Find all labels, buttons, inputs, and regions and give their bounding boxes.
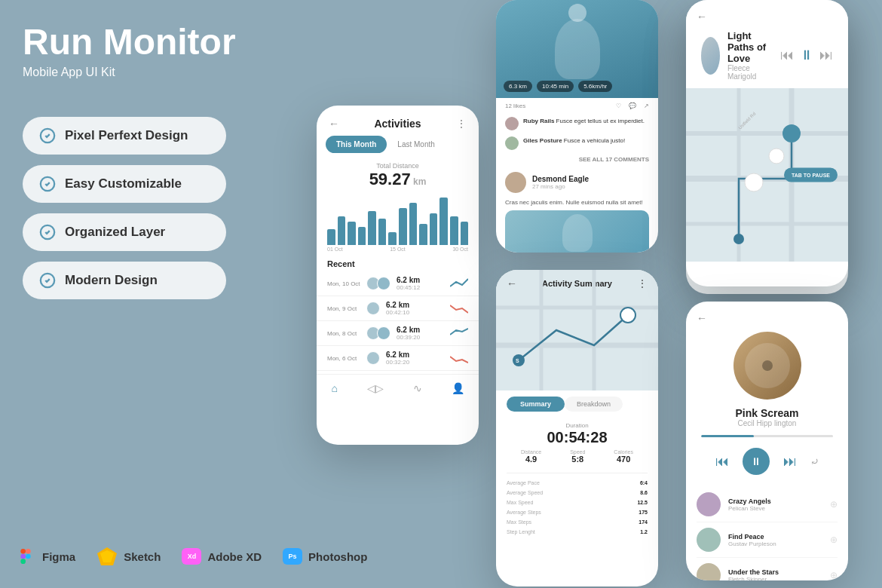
back-arrow-icon[interactable]: ← bbox=[697, 11, 707, 23]
svg-point-34 bbox=[733, 234, 744, 244]
comment-icon[interactable]: 💬 bbox=[629, 103, 636, 109]
detail-max-steps: Max Steps 174 bbox=[496, 517, 658, 527]
poster-name: Desmond Eagle bbox=[532, 175, 589, 183]
like-icon[interactable]: ♡ bbox=[616, 103, 621, 109]
detail-avg-steps: Average Steps 175 bbox=[496, 507, 658, 517]
pause-icon[interactable]: ⏸ bbox=[800, 47, 813, 63]
chart-bar bbox=[348, 222, 356, 246]
summary-row-1: Distance 4.9 Speed 5:8 Calories 470 bbox=[507, 449, 648, 464]
activity-time: 00:42:10 bbox=[386, 309, 444, 316]
adobe-xd-icon: Xd bbox=[182, 548, 201, 565]
comment-text-2: Giles Posture Fusce a vehicula justo! bbox=[523, 136, 625, 150]
see-all-comments[interactable]: SEE ALL 17 COMMENTS bbox=[496, 153, 658, 166]
tool-adobe-xd: Xd Adobe XD bbox=[182, 548, 262, 565]
check-icon-3 bbox=[39, 224, 56, 240]
sketch-label: Sketch bbox=[124, 550, 161, 563]
activity-row[interactable]: Mon, 8 Oct 6.2 km 00:39:20 bbox=[317, 321, 479, 346]
tab-last-month[interactable]: Last Month bbox=[387, 136, 445, 153]
menu-icon[interactable]: ⋮ bbox=[456, 118, 467, 130]
tab-breakdown[interactable]: Breakdown bbox=[565, 397, 623, 412]
music-info: Light Paths of Love Fleece Marigold bbox=[727, 30, 773, 81]
tool-photoshop: Ps Photoshop bbox=[283, 548, 367, 565]
photoshop-label: Photoshop bbox=[308, 550, 367, 563]
avatar-group bbox=[369, 277, 390, 290]
prev-icon[interactable]: ⏮ bbox=[780, 47, 794, 63]
chart-label-1: 01 Oct bbox=[327, 247, 343, 252]
chart-bar bbox=[358, 227, 366, 246]
total-distance-value: 59.27 km bbox=[317, 170, 479, 189]
phone-social: 6.3 km 10:45 min 5.6km/hr 12 likes ♡ 💬 ↗… bbox=[496, 0, 658, 253]
music-list-item-3[interactable]: Under the Stars Fletch Skinner ⊕ bbox=[697, 558, 838, 580]
svg-point-8 bbox=[26, 554, 31, 559]
song-more-icon-2[interactable]: ⊕ bbox=[830, 534, 838, 545]
prev-btn[interactable]: ⏮ bbox=[715, 454, 729, 470]
summary-map-svg: S bbox=[496, 270, 658, 390]
back-arrow-icon[interactable]: ← bbox=[329, 118, 339, 130]
chart-bar bbox=[439, 198, 448, 245]
post-caption: Cras nec jaculis enim. Nulle euismod nul… bbox=[496, 199, 658, 210]
song-info-2: Find Peace Gustav Purpleson bbox=[728, 533, 822, 547]
activity-km: 6.2 km bbox=[386, 301, 444, 309]
music-list-item-1[interactable]: Crazy Angels Pelican Steve ⊕ bbox=[697, 487, 838, 522]
activity-row[interactable]: Mon, 10 Oct 6.2 km 00:45:12 bbox=[317, 271, 479, 296]
music-progress-bar[interactable] bbox=[701, 435, 833, 437]
song-info-1: Crazy Angels Pelican Steve bbox=[728, 498, 822, 512]
avatar-group bbox=[369, 326, 390, 340]
chart-bar bbox=[430, 213, 438, 245]
check-icon-2 bbox=[39, 176, 56, 192]
detail-avg-speed: Average Speed 8.6 bbox=[496, 488, 658, 498]
speed-stat: Speed 5:8 bbox=[570, 449, 585, 464]
tab-summary[interactable]: Summary bbox=[507, 397, 565, 412]
chart-bar bbox=[378, 219, 387, 245]
chart-label-2: 15 Oct bbox=[390, 247, 406, 252]
nav-profile-icon[interactable]: 👤 bbox=[452, 382, 464, 394]
summary-duration-label: Duration bbox=[507, 422, 648, 429]
activity-time: 00:45:12 bbox=[397, 284, 444, 291]
distance-stat: Distance 4.9 bbox=[521, 449, 541, 464]
song-title-2: Find Peace bbox=[728, 533, 822, 541]
now-playing-row: Light Paths of Love Fleece Marigold ⏮ ⏸ … bbox=[686, 23, 848, 88]
music-list-item-2[interactable]: Find Peace Gustav Purpleson ⊕ bbox=[697, 522, 838, 558]
music-header-bottom: ← bbox=[686, 302, 848, 324]
repeat-icon[interactable]: ⤾ bbox=[810, 455, 819, 467]
svg-rect-6 bbox=[20, 554, 26, 559]
nav-activity-icon[interactable]: ◁▷ bbox=[367, 382, 384, 394]
tab-this-month[interactable]: This Month bbox=[326, 136, 387, 153]
chart-bar bbox=[388, 232, 397, 246]
next-icon[interactable]: ⏭ bbox=[819, 47, 833, 63]
feature-label-4: Modern Design bbox=[65, 273, 158, 288]
next-btn[interactable]: ⏭ bbox=[783, 454, 797, 470]
current-song-title: Pink Scream bbox=[686, 407, 848, 419]
sketch-icon bbox=[96, 546, 118, 567]
app-title: Run Monitor bbox=[23, 23, 264, 63]
social-image-overlay: 6.3 km 10:45 min 5.6km/hr bbox=[504, 81, 612, 92]
divider bbox=[507, 473, 648, 473]
nav-home-icon[interactable]: ⌂ bbox=[331, 382, 337, 394]
check-icon-4 bbox=[39, 272, 56, 289]
svg-rect-5 bbox=[26, 549, 31, 554]
activity-row[interactable]: Mon, 6 Oct 6.2 km 00:32:20 bbox=[317, 346, 479, 371]
song-more-icon-1[interactable]: ⊕ bbox=[830, 499, 838, 510]
song-title-1: Crazy Angels bbox=[728, 498, 822, 505]
commenter-avatar-2 bbox=[505, 136, 519, 150]
avatar bbox=[377, 326, 390, 340]
song-avatar-3 bbox=[697, 563, 721, 580]
left-section: Run Monitor Mobile App UI Kit Pixel Perf… bbox=[23, 23, 264, 310]
tool-sketch: Sketch bbox=[96, 546, 161, 567]
back-arrow-icon[interactable]: ← bbox=[697, 312, 707, 324]
nav-pulse-icon[interactable]: ∿ bbox=[413, 382, 422, 394]
activity-row[interactable]: Mon, 9 Oct 6.2 km 00:42:10 bbox=[317, 296, 479, 321]
song-info-3: Under the Stars Fletch Skinner bbox=[728, 568, 822, 581]
song-more-icon-3[interactable]: ⊕ bbox=[830, 570, 838, 580]
chart-bar bbox=[461, 222, 469, 246]
activity-trend-icon bbox=[450, 277, 468, 289]
feature-label-3: Organized Layer bbox=[65, 225, 165, 240]
song-artist-1: Pelican Steve bbox=[728, 505, 822, 512]
svg-text:S: S bbox=[516, 358, 519, 363]
map-pause-btn[interactable]: TAB TO PAUSE bbox=[784, 168, 838, 182]
chart-bar bbox=[338, 216, 346, 246]
share-icon[interactable]: ↗ bbox=[644, 103, 649, 109]
adobe-xd-label: Adobe XD bbox=[207, 550, 262, 563]
play-pause-btn[interactable]: ⏸ bbox=[743, 448, 770, 475]
post-run-image bbox=[505, 210, 649, 253]
